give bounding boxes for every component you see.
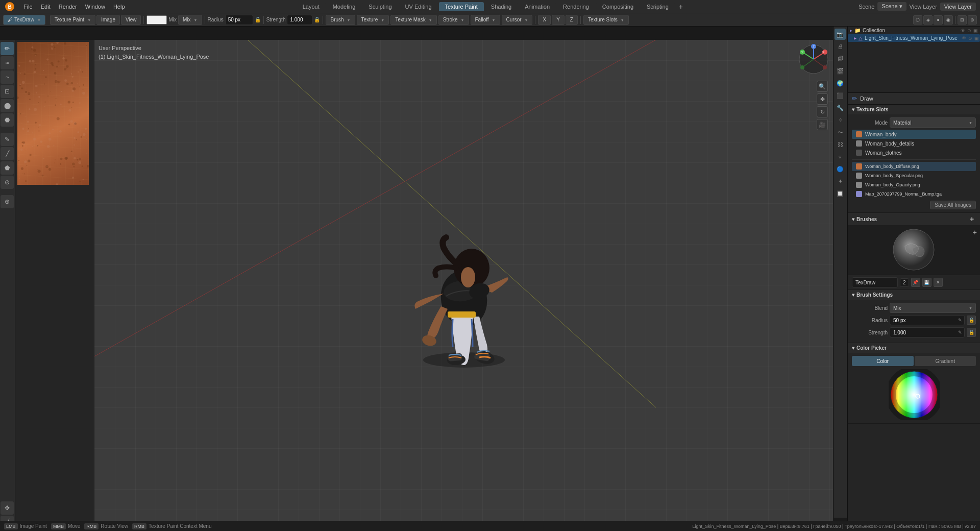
object-item[interactable]: ▸ △ Light_Skin_Fitness_Woman_Lying_Pose … (848, 34, 980, 42)
tab-modeling[interactable]: Modeling (327, 2, 362, 11)
strength-input[interactable] (287, 15, 312, 25)
tool-annotate-poly[interactable]: ⬟ (1, 161, 14, 175)
radius-lock-btn[interactable]: 🔓 (967, 316, 976, 325)
blend-prop-select[interactable]: Mix (890, 303, 976, 313)
tab-uv-editing[interactable]: UV Editing (399, 2, 438, 11)
physics-icon[interactable]: 〜 (835, 127, 846, 138)
overlay-btn[interactable]: ⊞ (958, 15, 967, 25)
view-layer-select[interactable]: View Layer (940, 3, 976, 11)
material-item-1[interactable]: Woman_body_details (852, 139, 976, 148)
sym-z[interactable]: Z (566, 15, 578, 25)
tool-annotate-erase[interactable]: ⊘ (1, 176, 14, 189)
tab-texture-paint[interactable]: Texture Paint (439, 2, 484, 11)
eye-icon[interactable]: 👁 (961, 28, 965, 33)
scene-properties-icon[interactable]: 🎬 (835, 65, 846, 77)
particles-icon[interactable]: ⁘ (835, 114, 846, 126)
viewport-shade-1[interactable]: ⬡ (913, 15, 922, 25)
radius-edit-icon[interactable]: ✎ (958, 318, 962, 323)
sym-y[interactable]: Y (552, 15, 565, 25)
tool-mask[interactable]: ⬣ (1, 113, 14, 127)
render-vis-icon[interactable]: ▣ (973, 28, 978, 33)
image-btn[interactable]: Image (96, 15, 120, 25)
material-item-2[interactable]: Woman_clothes (852, 148, 976, 157)
tool-clone[interactable]: ⊡ (1, 85, 14, 98)
radius-prop-field[interactable]: 50 px ✎ (890, 315, 965, 325)
cursor-btn[interactable]: Cursor (502, 15, 533, 25)
color-wheel[interactable] (889, 369, 940, 420)
world-properties-icon[interactable]: 🌍 (835, 78, 846, 89)
blend-select[interactable]: Mix (178, 15, 202, 25)
color-tab-color[interactable]: Color (852, 356, 914, 366)
tab-sculpting[interactable]: Sculpting (362, 2, 398, 11)
brush-name-input[interactable] (852, 277, 898, 287)
paint-btn[interactable]: Texture Paint (50, 15, 95, 25)
tab-rendering[interactable]: Rendering (557, 2, 595, 11)
stroke-btn[interactable]: Stroke (438, 15, 469, 25)
texture-item-3[interactable]: Map_2070297799_Normal_Bump.tga (852, 189, 976, 199)
sym-x[interactable]: X (538, 15, 551, 25)
scene-select[interactable]: Scene ▾ (877, 2, 906, 11)
obj-eye-icon[interactable]: 👁 (962, 36, 966, 41)
tool-soften[interactable]: ≈ (1, 56, 14, 69)
tool-extra[interactable]: ⊕ (1, 195, 14, 208)
tool-draw[interactable]: ✏ (1, 42, 14, 55)
mode-select-dropdown[interactable]: Material (890, 117, 976, 128)
shader-editor-icon[interactable]: ✦ (835, 176, 846, 187)
radius-input[interactable] (225, 15, 253, 25)
menu-edit[interactable]: Edit (37, 3, 55, 11)
color-swatch[interactable] (146, 15, 167, 25)
brushes-header[interactable]: ▾ Brushes + (848, 213, 980, 225)
brush-close-btn[interactable]: ✕ (934, 278, 943, 287)
tool-cursor-move[interactable]: ✥ (1, 501, 14, 515)
object-properties-icon[interactable]: ⬛ (835, 90, 846, 101)
zoom-in-btn[interactable]: 🔍 (817, 81, 828, 92)
viewport-shade-3[interactable]: ● (934, 15, 943, 25)
camera-btn[interactable]: 🎥 (817, 119, 828, 130)
tool-annotate[interactable]: ✎ (1, 133, 14, 146)
gizmo-btn[interactable]: ⊕ (968, 15, 977, 25)
material-item-0[interactable]: Woman_body (852, 130, 976, 139)
scene-collection-item[interactable]: ▸ 📁 Collection 👁 ⊙ ▣ (848, 27, 980, 34)
cursor-icon[interactable]: ⊙ (967, 28, 971, 33)
brush-save-btn[interactable]: 💾 (922, 278, 932, 287)
brush-settings-header[interactable]: ▾ Brush Settings (848, 290, 980, 300)
add-brush-btn[interactable]: + (968, 215, 976, 223)
menu-window[interactable]: Window (81, 3, 109, 11)
color-picker-header[interactable]: ▾ Color Picker (848, 343, 980, 353)
mode-select[interactable]: 🖌 TexDraw (3, 15, 45, 25)
axes-widget[interactable]: X Y Z (798, 44, 829, 76)
tab-layout[interactable]: Layout (297, 2, 326, 11)
tool-fill[interactable]: ⬤ (1, 99, 14, 112)
texture-properties-icon[interactable]: 🔲 (835, 188, 846, 199)
viewport-shade-4[interactable]: ◉ (944, 15, 953, 25)
texture-item-1[interactable]: Woman_body_Specular.png (852, 171, 976, 180)
strength-edit-icon[interactable]: ✎ (958, 330, 962, 335)
main-viewport[interactable]: User Perspective (1) Light_Skin_Fitness_… (94, 40, 833, 521)
view-btn[interactable]: View (121, 15, 141, 25)
texture-slots-btn[interactable]: Texture Slots (583, 15, 629, 25)
tool-annotate-line[interactable]: ╱ (1, 147, 14, 160)
modifier-properties-icon[interactable]: 🔧 (835, 102, 846, 113)
menu-file[interactable]: File (19, 3, 37, 11)
material-properties-icon[interactable]: 🔵 (835, 163, 846, 175)
view-layer-properties-icon[interactable]: 🗐 (835, 53, 846, 64)
falloff-btn[interactable]: Falloff (471, 15, 500, 25)
strength-lock-btn[interactable]: 🔓 (967, 328, 976, 337)
constraints-icon[interactable]: ⛓ (835, 139, 846, 150)
obj-cursor-icon[interactable]: ⊙ (968, 36, 972, 41)
orbit-btn[interactable]: ↻ (817, 106, 828, 117)
texture-mask-btn[interactable]: Texture Mask (390, 15, 436, 25)
brush-btn[interactable]: Brush (326, 15, 355, 25)
output-properties-icon[interactable]: 🖨 (835, 41, 846, 52)
tab-shading[interactable]: Shading (485, 2, 518, 11)
render-properties-icon[interactable]: 📷 (835, 29, 846, 40)
pan-btn[interactable]: ✥ (817, 93, 828, 105)
tab-compositing[interactable]: Compositing (596, 2, 640, 11)
tool-smear[interactable]: ~ (1, 70, 14, 84)
viewport-shade-2[interactable]: ◈ (923, 15, 933, 25)
menu-help[interactable]: Help (109, 3, 129, 11)
texture-item-0[interactable]: Woman_body_Diffuse.png (852, 162, 976, 171)
brush-pin-btn[interactable]: 📌 (911, 278, 920, 287)
brush-add-icon[interactable]: + (973, 228, 977, 236)
tab-scripting[interactable]: Scripting (641, 2, 675, 11)
